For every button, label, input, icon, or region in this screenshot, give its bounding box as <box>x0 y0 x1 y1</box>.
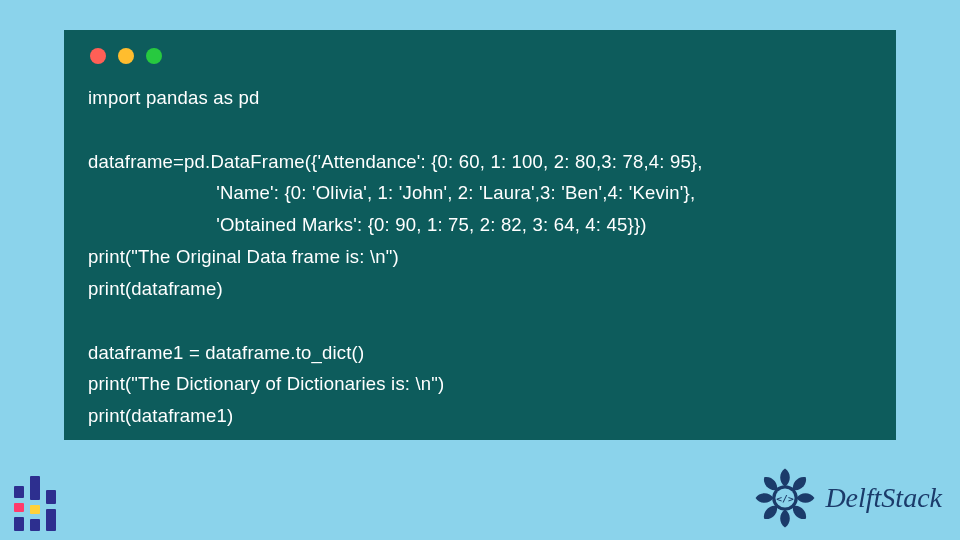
window-controls <box>90 48 872 64</box>
code-block: import pandas as pd dataframe=pd.DataFra… <box>88 82 872 432</box>
maximize-icon[interactable] <box>146 48 162 64</box>
code-line: print("The Original Data frame is: \n") <box>88 246 399 267</box>
brand-logo-icon: </> <box>753 466 817 530</box>
code-line: 'Name': {0: 'Olivia', 1: 'John', 2: 'Lau… <box>88 182 695 203</box>
code-line: dataframe1 = dataframe.to_dict() <box>88 342 364 363</box>
brand-watermark: </> DelftStack <box>753 466 942 530</box>
svg-text:</>: </> <box>777 493 795 504</box>
code-line: import pandas as pd <box>88 87 259 108</box>
site-logo-icon <box>7 475 63 531</box>
code-window: import pandas as pd dataframe=pd.DataFra… <box>64 30 896 440</box>
code-line: print("The Dictionary of Dictionaries is… <box>88 373 444 394</box>
close-icon[interactable] <box>90 48 106 64</box>
brand-name: DelftStack <box>825 482 942 514</box>
code-line: print(dataframe1) <box>88 405 233 426</box>
code-line: 'Obtained Marks': {0: 90, 1: 75, 2: 82, … <box>88 214 647 235</box>
code-line: dataframe=pd.DataFrame({'Attendance': {0… <box>88 151 703 172</box>
code-line: print(dataframe) <box>88 278 223 299</box>
minimize-icon[interactable] <box>118 48 134 64</box>
